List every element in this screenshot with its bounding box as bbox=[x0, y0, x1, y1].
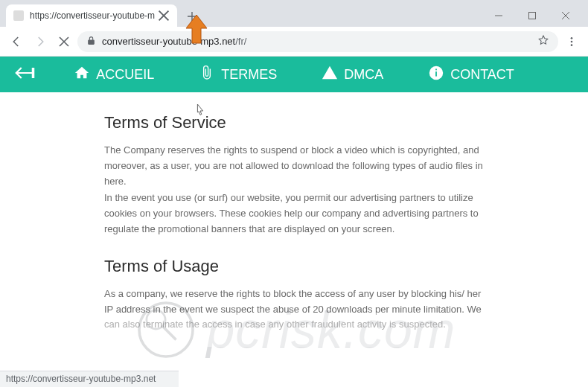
browser-tab[interactable]: https://convertisseur-youtube-m bbox=[6, 4, 177, 27]
browser-tab-strip: https://convertisseur-youtube-m bbox=[0, 0, 588, 27]
nav-item-accueil[interactable]: ACCUEIL bbox=[74, 65, 154, 85]
tab-title: https://convertisseur-youtube-m bbox=[30, 10, 155, 21]
forward-button[interactable] bbox=[30, 31, 51, 52]
section-title-tos: Terms of Service bbox=[104, 113, 484, 132]
nav-item-dmca[interactable]: DMCA bbox=[322, 65, 383, 85]
browser-menu-button[interactable] bbox=[561, 31, 582, 52]
nav-label: TERMES bbox=[221, 67, 277, 83]
back-button[interactable] bbox=[6, 31, 27, 52]
paragraph: In the event you use (or surf) our websi… bbox=[104, 191, 484, 237]
svg-rect-6 bbox=[435, 71, 437, 76]
nav-label: DMCA bbox=[344, 67, 383, 83]
svg-point-2 bbox=[571, 40, 573, 42]
section-body-tos: The Company reserves the rights to suspe… bbox=[104, 143, 484, 237]
info-icon bbox=[428, 65, 444, 85]
nav-label: ACCUEIL bbox=[96, 67, 154, 83]
address-bar[interactable]: convertisseur-youtube-mp3.net/fr/ bbox=[77, 31, 558, 52]
svg-point-3 bbox=[571, 44, 573, 46]
svg-rect-4 bbox=[32, 68, 35, 78]
window-minimize-button[interactable] bbox=[482, 4, 515, 27]
status-bar: https://convertisseur-youtube-mp3.net bbox=[0, 371, 179, 387]
status-text: https://convertisseur-youtube-mp3.net bbox=[6, 374, 156, 384]
bookmark-star-icon[interactable] bbox=[537, 34, 549, 49]
browser-toolbar: convertisseur-youtube-mp3.net/fr/ bbox=[0, 27, 588, 57]
nav-label: CONTACT bbox=[450, 67, 514, 83]
paragraph: As a company, we reserve the rights to b… bbox=[104, 287, 484, 333]
lock-icon bbox=[86, 35, 96, 48]
warning-icon bbox=[322, 65, 338, 85]
nav-scroll-left-icon[interactable] bbox=[15, 65, 36, 83]
paperclip-icon bbox=[199, 65, 215, 85]
svg-rect-7 bbox=[435, 68, 437, 70]
section-title-tou: Terms of Usage bbox=[104, 257, 484, 276]
window-maximize-button[interactable] bbox=[515, 4, 549, 27]
section-body-tou: As a company, we reserve the rights to b… bbox=[104, 287, 484, 333]
nav-item-termes[interactable]: TERMES bbox=[199, 65, 277, 85]
tab-favicon bbox=[13, 10, 24, 21]
stop-reload-button[interactable] bbox=[54, 31, 74, 52]
page-viewport: ACCUEIL TERMES DMCA CONTACT Terms of Ser… bbox=[0, 57, 588, 347]
svg-point-1 bbox=[571, 37, 573, 39]
page-content: Terms of Service The Company reserves th… bbox=[104, 92, 484, 347]
url-text: convertisseur-youtube-mp3.net/fr/ bbox=[102, 36, 531, 47]
svg-rect-0 bbox=[528, 13, 535, 19]
home-icon bbox=[74, 65, 90, 85]
nav-item-contact[interactable]: CONTACT bbox=[428, 65, 514, 85]
paragraph: The Company reserves the rights to suspe… bbox=[104, 143, 484, 189]
tab-close-icon[interactable] bbox=[158, 10, 170, 22]
site-nav-bar: ACCUEIL TERMES DMCA CONTACT bbox=[0, 57, 588, 92]
window-close-button[interactable] bbox=[549, 4, 582, 27]
new-tab-button[interactable] bbox=[182, 6, 202, 27]
